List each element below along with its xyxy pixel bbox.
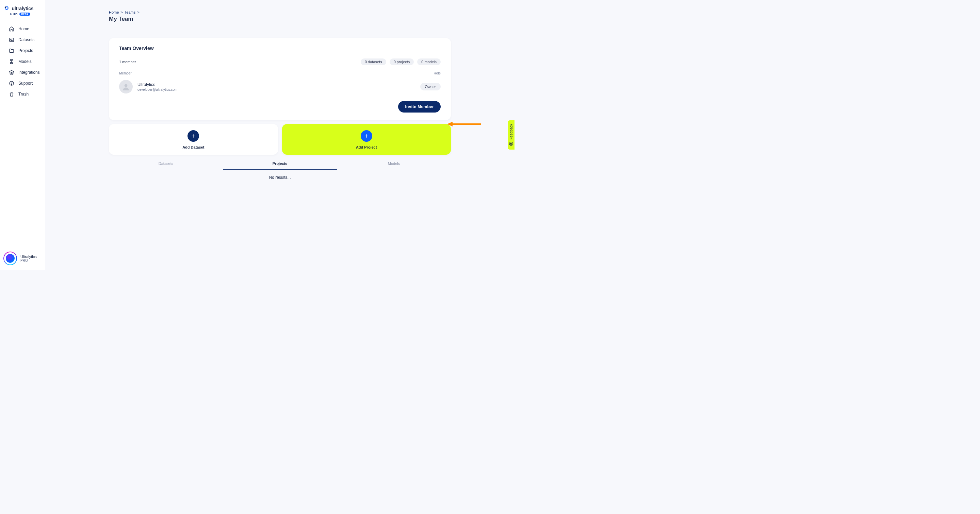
user-avatar	[3, 252, 17, 265]
svg-point-0	[5, 6, 6, 8]
home-icon	[9, 26, 14, 32]
sidebar-item-label: Models	[18, 59, 32, 64]
no-results: No results...	[109, 170, 451, 185]
layers-icon	[9, 70, 14, 75]
feedback-tab[interactable]: Feedback	[508, 121, 514, 149]
projects-badge: 0 projects	[390, 59, 414, 65]
sidebar-item-label: Home	[18, 27, 29, 31]
sidebar-item-trash[interactable]: Trash	[0, 89, 45, 100]
svg-point-8	[511, 143, 512, 143]
brand-name: ultralytics	[11, 6, 33, 11]
smile-icon	[509, 141, 514, 146]
add-project-card[interactable]: Add Project	[282, 124, 451, 155]
sidebar-item-support[interactable]: Support	[0, 78, 45, 89]
sidebar-item-home[interactable]: Home	[0, 24, 45, 34]
sidebar-item-label: Integrations	[18, 70, 40, 75]
tabs: Datasets Projects Models	[109, 157, 451, 170]
image-icon	[9, 37, 14, 43]
person-icon	[121, 82, 130, 91]
command-icon	[9, 59, 14, 64]
brand-hub: HUB	[10, 13, 18, 16]
sidebar: ultralytics HUB BETA Home Datasets Proje…	[0, 0, 45, 270]
page-title: My Team	[109, 16, 451, 22]
sidebar-user[interactable]: Ultralytics PRO	[0, 252, 45, 270]
tab-models[interactable]: Models	[337, 157, 451, 170]
breadcrumb: Home > Teams >	[109, 10, 451, 14]
member-row: Ultralytics developer@ultralytics.com Ow…	[119, 80, 441, 94]
invite-member-button[interactable]: Invite Member	[398, 101, 441, 113]
svg-point-7	[511, 143, 511, 143]
datasets-badge: 0 datasets	[361, 59, 386, 65]
sidebar-item-projects[interactable]: Projects	[0, 45, 45, 56]
highlight-arrow	[447, 122, 481, 127]
sidebar-item-integrations[interactable]: Integrations	[0, 67, 45, 78]
folder-icon	[9, 48, 14, 53]
sidebar-item-label: Support	[18, 81, 33, 86]
models-badge: 0 models	[417, 59, 441, 65]
brand-beta: BETA	[19, 13, 30, 16]
team-overview-card: Team Overview 1 member 0 datasets 0 proj…	[109, 38, 451, 120]
breadcrumb-home[interactable]: Home	[109, 10, 119, 14]
logo-icon	[4, 6, 9, 12]
member-email: developer@ultralytics.com	[137, 88, 177, 92]
plus-icon	[188, 130, 199, 142]
table-head-role: Role	[434, 71, 441, 75]
breadcrumb-teams[interactable]: Teams	[124, 10, 135, 14]
help-icon	[9, 81, 14, 86]
logo[interactable]: ultralytics HUB BETA	[0, 0, 45, 19]
sidebar-item-label: Projects	[18, 48, 33, 53]
sidebar-item-models[interactable]: Models	[0, 56, 45, 67]
plus-icon	[361, 130, 372, 142]
member-avatar	[119, 80, 133, 94]
chevron-right-icon: >	[137, 10, 139, 14]
chevron-right-icon: >	[121, 10, 123, 14]
overview-title: Team Overview	[119, 46, 441, 51]
user-plan: PRO	[21, 259, 37, 262]
sidebar-item-datasets[interactable]: Datasets	[0, 34, 45, 45]
svg-point-6	[509, 142, 513, 146]
main: Home > Teams > My Team Team Overview 1 m…	[45, 0, 514, 270]
sidebar-item-label: Datasets	[18, 37, 34, 42]
member-name: Ultralytics	[137, 82, 177, 87]
tab-projects[interactable]: Projects	[223, 157, 337, 170]
member-count: 1 member	[119, 60, 136, 64]
nav: Home Datasets Projects Models Integratio…	[0, 24, 45, 100]
svg-point-5	[124, 84, 127, 87]
table-head-member: Member	[119, 71, 132, 75]
add-dataset-card[interactable]: Add Dataset	[109, 124, 278, 155]
add-project-label: Add Project	[356, 145, 377, 149]
user-name: Ultralytics	[21, 255, 37, 259]
member-role: Owner	[420, 83, 441, 90]
add-dataset-label: Add Dataset	[182, 145, 204, 149]
trash-icon	[9, 92, 14, 97]
tab-datasets[interactable]: Datasets	[109, 157, 223, 170]
feedback-label: Feedback	[509, 124, 513, 140]
sidebar-item-label: Trash	[18, 92, 29, 97]
